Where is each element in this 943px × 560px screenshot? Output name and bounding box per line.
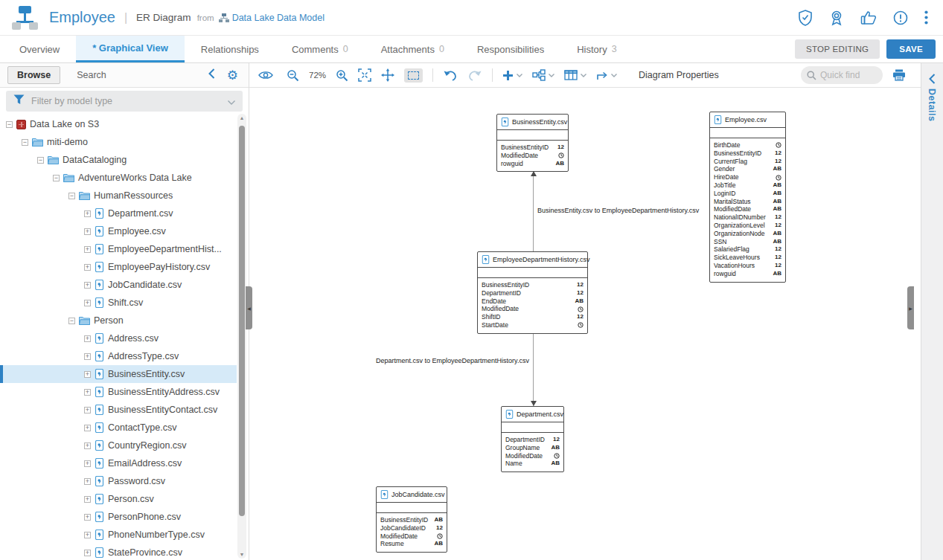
tree-item-stateprovince-csv[interactable]: +StateProvince.csv bbox=[0, 544, 237, 560]
tree-item-jobcandidate-csv[interactable]: +JobCandidate.csv bbox=[0, 276, 237, 294]
connector-style-dropdown[interactable] bbox=[596, 69, 617, 81]
undo-icon[interactable] bbox=[443, 70, 458, 81]
tree-item-employee-csv[interactable]: +Employee.csv bbox=[0, 222, 237, 240]
entity-employee-csv[interactable]: Employee.csvBirthDateBusinessEntityID12C… bbox=[709, 112, 786, 283]
tree-item-datacataloging[interactable]: −DataCataloging bbox=[0, 151, 237, 169]
expand-toggle[interactable]: + bbox=[84, 389, 91, 396]
tree-item-countryregion-csv[interactable]: +CountryRegion.csv bbox=[0, 437, 237, 454]
tree-item-person[interactable]: −Person bbox=[0, 312, 237, 329]
expand-toggle[interactable]: + bbox=[84, 282, 91, 289]
shield-check-icon[interactable] bbox=[798, 10, 813, 26]
print-icon[interactable] bbox=[892, 69, 906, 81]
tree-item-department-csv[interactable]: +Department.csv bbox=[0, 205, 237, 222]
tree-item-emailaddress-csv[interactable]: +EmailAddress.csv bbox=[0, 454, 237, 472]
certification-badge-icon[interactable] bbox=[829, 10, 844, 26]
tree-item-contacttype-csv[interactable]: +ContactType.csv bbox=[0, 419, 237, 437]
tree-item-businessentity-csv[interactable]: +BusinessEntity.csv bbox=[0, 365, 237, 383]
model-link[interactable]: Data Lake Data Model bbox=[232, 13, 325, 23]
tree-item-data-lake-on-s3[interactable]: −Data Lake on S3 bbox=[0, 115, 237, 133]
scrollbar-thumb[interactable] bbox=[239, 126, 245, 516]
collapse-toggle[interactable]: − bbox=[53, 175, 60, 181]
pan-move-icon[interactable] bbox=[381, 68, 394, 82]
expand-toggle[interactable]: + bbox=[84, 478, 91, 485]
expand-toggle[interactable]: + bbox=[84, 210, 91, 217]
collapse-toggle[interactable]: − bbox=[68, 193, 75, 199]
tree-item-miti-demo[interactable]: −miti-demo bbox=[0, 133, 237, 151]
collapse-toggle[interactable]: − bbox=[37, 157, 44, 164]
expand-toggle[interactable]: + bbox=[84, 371, 91, 378]
collapse-toggle[interactable]: − bbox=[6, 121, 13, 128]
thumbs-up-icon[interactable] bbox=[860, 10, 877, 25]
tree-item-shift-csv[interactable]: +Shift.csv bbox=[0, 294, 237, 312]
expand-toggle[interactable]: + bbox=[84, 335, 91, 342]
relationship-edge[interactable] bbox=[533, 171, 534, 251]
entity-businessentity-csv[interactable]: BusinessEntity.csvBusinessEntityID12Modi… bbox=[496, 114, 569, 172]
entity-department-csv[interactable]: Department.csvDepartmentID12GroupNameABM… bbox=[501, 406, 564, 472]
entity-employeedepartmenthistory-csv[interactable]: EmployeeDepartmentHistory.csvBusinessEnt… bbox=[477, 251, 588, 334]
search-tab[interactable]: Search bbox=[77, 70, 106, 80]
collapse-panel-icon[interactable] bbox=[208, 68, 215, 82]
alert-circle-icon[interactable] bbox=[893, 10, 908, 25]
expand-toggle[interactable]: + bbox=[84, 496, 91, 503]
zoom-in-icon[interactable] bbox=[336, 69, 348, 82]
entity-jobcandidate-csv[interactable]: JobCandidate.csvBusinessEntityIDABJobCan… bbox=[376, 486, 447, 553]
filter-by-model-type-dropdown[interactable]: Filter by model type bbox=[6, 91, 243, 112]
tree-item-addresstype-csv[interactable]: +AddressType.csv bbox=[0, 347, 237, 365]
settings-gear-icon[interactable]: ⚙ bbox=[227, 69, 238, 82]
table-display-dropdown[interactable] bbox=[564, 70, 586, 80]
auto-layout-dropdown[interactable] bbox=[532, 69, 554, 81]
marquee-select-icon[interactable] bbox=[404, 68, 423, 83]
tree-item-personphone-csv[interactable]: +PersonPhone.csv bbox=[0, 508, 237, 526]
tree-item-phonenumbertype-csv[interactable]: +PhoneNumberType.csv bbox=[0, 526, 237, 544]
expand-toggle[interactable]: + bbox=[84, 550, 91, 556]
expand-toggle[interactable]: + bbox=[84, 264, 91, 271]
fit-to-screen-icon[interactable] bbox=[358, 68, 371, 82]
stop-editing-button[interactable]: STOP EDITING bbox=[795, 39, 880, 59]
tree-scrollbar[interactable]: ▲ ▼ bbox=[237, 114, 246, 559]
expand-toggle[interactable]: + bbox=[84, 353, 91, 360]
save-button[interactable]: SAVE bbox=[886, 39, 936, 59]
expand-toggle[interactable]: + bbox=[84, 407, 91, 413]
expand-details-icon[interactable] bbox=[929, 74, 936, 87]
tree-item-businessentitycontact-csv[interactable]: +BusinessEntityContact.csv bbox=[0, 401, 237, 419]
expand-toggle[interactable]: + bbox=[84, 514, 91, 521]
expand-toggle[interactable]: + bbox=[84, 460, 91, 467]
tab-history[interactable]: History3 bbox=[560, 36, 633, 62]
tab-comments[interactable]: Comments0 bbox=[275, 36, 365, 62]
scroll-up-arrow[interactable]: ▲ bbox=[237, 115, 246, 120]
tree-item-person-csv[interactable]: +Person.csv bbox=[0, 490, 237, 508]
redo-icon[interactable] bbox=[467, 70, 482, 81]
collapse-toggle[interactable]: − bbox=[22, 139, 28, 146]
expand-toggle[interactable]: + bbox=[84, 442, 91, 449]
scroll-down-arrow[interactable]: ▼ bbox=[237, 552, 246, 557]
collapse-toggle[interactable]: − bbox=[68, 318, 75, 324]
tab-responsibilities[interactable]: Responsibilities bbox=[461, 36, 560, 62]
expand-toggle[interactable]: + bbox=[84, 246, 91, 253]
tab-overview[interactable]: Overview bbox=[3, 36, 76, 62]
tree-item-password-csv[interactable]: +Password.csv bbox=[0, 472, 237, 490]
tab-graphical-view[interactable]: * Graphical View bbox=[76, 36, 185, 62]
more-menu-icon[interactable] bbox=[924, 10, 928, 25]
diagram-properties-button[interactable]: Diagram Properties bbox=[639, 70, 719, 80]
expand-toggle[interactable]: + bbox=[84, 300, 91, 306]
add-node-dropdown[interactable] bbox=[502, 70, 522, 81]
visibility-eye-icon[interactable] bbox=[258, 70, 273, 80]
tree-item-address-csv[interactable]: +Address.csv bbox=[0, 329, 237, 347]
collapse-right-handle[interactable]: ▶ bbox=[907, 286, 914, 329]
diagram-canvas[interactable]: BusinessEntity.csv to EmployeeDepartment… bbox=[249, 88, 921, 560]
details-panel-tab[interactable]: Details bbox=[921, 63, 943, 560]
zoom-out-icon[interactable] bbox=[287, 69, 299, 82]
expand-toggle[interactable]: + bbox=[84, 228, 91, 235]
collapse-left-handle[interactable]: ◀ bbox=[246, 286, 252, 329]
tree-item-employeedepartmenthist[interactable]: +EmployeeDepartmentHist... bbox=[0, 240, 237, 258]
expand-toggle[interactable]: + bbox=[84, 532, 91, 538]
tree-item-businessentityaddress-csv[interactable]: +BusinessEntityAddress.csv bbox=[0, 383, 237, 401]
browse-tab[interactable]: Browse bbox=[7, 66, 60, 84]
tab-relationships[interactable]: Relationships bbox=[185, 36, 275, 62]
tree-item-adventureworks-data-lake[interactable]: −AdventureWorks Data Lake bbox=[0, 169, 237, 187]
expand-toggle[interactable]: + bbox=[84, 425, 91, 431]
tab-attachments[interactable]: Attachments0 bbox=[365, 36, 461, 62]
tree-item-humanressources[interactable]: −HumanRessources bbox=[0, 187, 237, 205]
tree-item-employeepayhistory-csv[interactable]: +EmployeePayHistory.csv bbox=[0, 258, 237, 276]
relationship-edge[interactable] bbox=[533, 330, 534, 406]
